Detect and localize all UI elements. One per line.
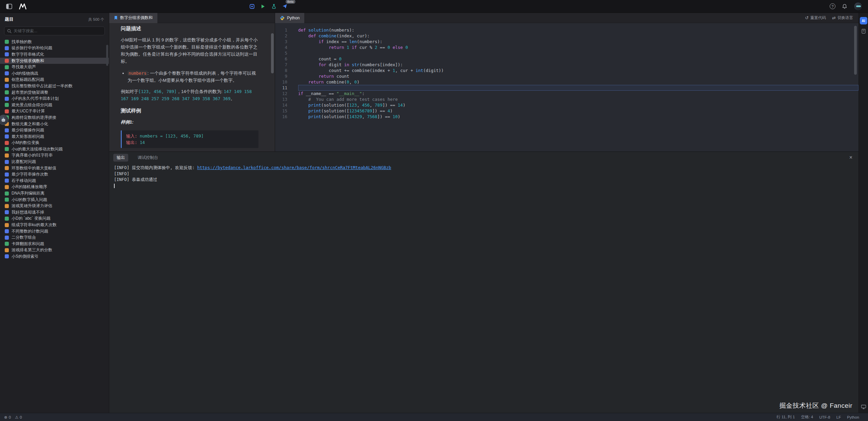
user-avatar[interactable] (854, 2, 863, 11)
indent-info[interactable]: 空格: 4 (801, 415, 813, 420)
problem-list-item[interactable]: 寻找最大葫芦 (0, 64, 109, 70)
problem-list-item[interactable]: 游戏英雄升级潜力评估 (0, 203, 109, 209)
console-link[interactable]: https://bytedance.larkoffice.com/share/b… (197, 165, 391, 170)
problem-list-item[interactable]: 组成字符串ku的最大次数 (0, 222, 109, 228)
problem-difficulty-icon (5, 109, 9, 113)
problem-list-item[interactable]: 构造特定数组的逆序拼接 (0, 114, 109, 121)
problem-list-item[interactable]: 游戏排名第三大的分数 (0, 247, 109, 254)
problem-list-item[interactable]: 最大UCC子串计算 (0, 108, 109, 115)
search-input[interactable] (14, 29, 102, 33)
switch-language-button[interactable]: ⇄ 切换语言 (832, 15, 853, 20)
problem-scrollbar[interactable] (271, 24, 274, 150)
problem-title: 小U的数字插入问题 (12, 197, 47, 203)
run-button[interactable] (258, 2, 267, 11)
problem-tabbar: 数字分组求偶数和 (109, 13, 275, 23)
notebook-button[interactable] (861, 29, 866, 34)
problem-difficulty-icon (5, 90, 9, 94)
problem-list-item[interactable]: 小U的数字插入问题 (0, 197, 109, 203)
ai-assistant-button[interactable]: AI (860, 17, 867, 24)
problem-title: 找单独的数 (12, 39, 32, 45)
problem-tab[interactable]: 数字分组求偶数和 (109, 13, 157, 23)
problem-list-item[interactable]: 环形数组中的最大贡献值 (0, 165, 109, 171)
problem-list-item[interactable]: 小D的 `abc` 变换问题 (0, 216, 109, 222)
close-console-button[interactable]: × (847, 154, 854, 161)
problem-list-item[interactable]: 最少字符串操作次数 (0, 171, 109, 178)
problem-list-item[interactable]: 我好想逃却逃不掉 (0, 209, 109, 216)
console-line: [INFO] 恭喜成功通过 (114, 177, 854, 183)
problem-list-item[interactable]: 小d的怪物挑战 (0, 70, 109, 77)
code-editor[interactable]: 12345678910111213141516 def solution(num… (275, 23, 859, 151)
line-number: 14 (275, 102, 290, 108)
search-box[interactable] (4, 26, 105, 35)
code-line: if index == len(numbers): (298, 39, 859, 44)
problem-list-item[interactable]: 字典序最小的01字符串 (0, 152, 109, 159)
screen-button[interactable] (861, 404, 866, 409)
problem-list-item[interactable]: 超市里的货物架调整 (0, 89, 109, 96)
language-mode[interactable]: Python (847, 415, 859, 419)
beta-badge: Beta (286, 0, 295, 4)
reset-code-button[interactable]: ↺ 重置代码 (805, 15, 826, 20)
console-caret (114, 184, 115, 188)
problem-difficulty-icon (5, 185, 9, 189)
encoding[interactable]: UTF-8 (819, 415, 830, 419)
problem-difficulty-icon (5, 191, 9, 196)
problem-list-item[interactable]: 观光景点组合得分问题 (0, 102, 109, 108)
problem-difficulty-icon (5, 59, 9, 63)
problem-list-item[interactable]: 卡牌翻面求和问题 (0, 241, 109, 247)
problem-title: 小F的永久代币卡回本计划 (12, 96, 59, 102)
line-number: 11 (275, 85, 290, 91)
problem-list-item[interactable]: 小M的数位变换 (0, 140, 109, 146)
problem-title: 小M的数位变换 (12, 140, 39, 146)
problem-difficulty-icon (5, 179, 9, 183)
problem-description[interactable]: 问题描述 小M面对一组从 1 到 9 的数字，这些数字被分成多个小组，并从每个小… (109, 23, 275, 151)
problem-list-item[interactable]: 数字分组求偶数和 (0, 58, 109, 64)
console-output[interactable]: [INFO] 提交功能内测体验中, 欢迎反馈: https://bytedanc… (109, 163, 859, 413)
scrollbar-thumb[interactable] (271, 33, 274, 73)
topbar: Beta ? (0, 0, 868, 13)
sidebar-title: 题目 (5, 16, 14, 22)
problem-list-item[interactable]: 不同整数的计数问题 (0, 228, 109, 235)
sample-input-line: 输入: numbers = [123, 456, 789] (126, 133, 254, 139)
problem-list-item[interactable]: 徒步旅行中的补给问题 (0, 45, 109, 52)
problem-list-item[interactable]: 找单独的数 (0, 39, 109, 45)
line-number: 1 (275, 27, 290, 33)
problem-list-item[interactable]: 数字字符串格式化 (0, 51, 109, 58)
problem-list-item[interactable]: 小F的永久代币卡回本计划 (0, 95, 109, 102)
error-indicator[interactable]: ⊗ 0 (4, 415, 11, 420)
problem-list-item[interactable]: 找出整型数组中占比超过一半的数 (0, 83, 109, 89)
description-paragraph: 小M面对一组从 1 到 9 的数字，这些数字被分成多个小组，并从每个小组中选择一… (121, 36, 258, 65)
problem-list-item[interactable]: DNA序列编辑距离 (0, 190, 109, 197)
problem-list-item[interactable]: 最大矩形面积问题 (0, 133, 109, 140)
robot-icon (1, 117, 6, 122)
problem-difficulty-icon (5, 97, 9, 101)
test-button[interactable] (269, 2, 278, 11)
problem-list-item[interactable]: 石子移动问题 (0, 178, 109, 184)
problem-list-item[interactable]: 二分数字组合 (0, 234, 109, 241)
content-area: 数字分组求偶数和 问题描述 小M面对一组从 1 到 9 的数字，这些数字被分成多… (109, 13, 859, 413)
tab-output[interactable]: 输出 (113, 154, 128, 162)
help-button[interactable]: ? (830, 3, 835, 9)
problem-difficulty-icon (5, 52, 9, 56)
debug-button[interactable] (248, 2, 256, 11)
app-logo[interactable] (18, 2, 27, 11)
cursor-position[interactable]: 行 11, 列 1 (776, 415, 795, 420)
problem-list-item[interactable]: 比赛配对问题 (0, 159, 109, 165)
problem-title: 二分数字组合 (12, 235, 36, 240)
problem-list-item[interactable]: 最少前缀操作问题 (0, 127, 109, 133)
editor-scrollbar[interactable] (854, 24, 857, 149)
tab-debug-console[interactable]: 调试控制台 (134, 154, 161, 162)
problem-list-item[interactable]: 小S的倒排索引 (0, 253, 109, 260)
problem-list-item[interactable]: 小R的随机播放顺序 (0, 184, 109, 190)
eol-type[interactable]: LF (836, 415, 841, 419)
problem-list-item[interactable]: 创意标题匹配问题 (0, 77, 109, 83)
warning-indicator[interactable]: ⚠ 0 (15, 415, 22, 420)
scrollbar-thumb[interactable] (854, 26, 857, 75)
parameter-list: numbers: 一个由多个整数字符串组成的列表，每个字符串可以视为一个数字组。… (128, 70, 258, 84)
sidebar-toggle-button[interactable] (5, 2, 14, 11)
problem-difficulty-icon (5, 248, 9, 252)
problem-list-item[interactable]: 小u的最大连续移动次数问题 (0, 146, 109, 152)
language-tab[interactable]: Python (275, 13, 304, 23)
notifications-button[interactable] (840, 2, 849, 11)
problem-list-item[interactable]: 数组元素之和最小化 (0, 121, 109, 127)
sidebar-scrollbar[interactable] (106, 45, 108, 66)
